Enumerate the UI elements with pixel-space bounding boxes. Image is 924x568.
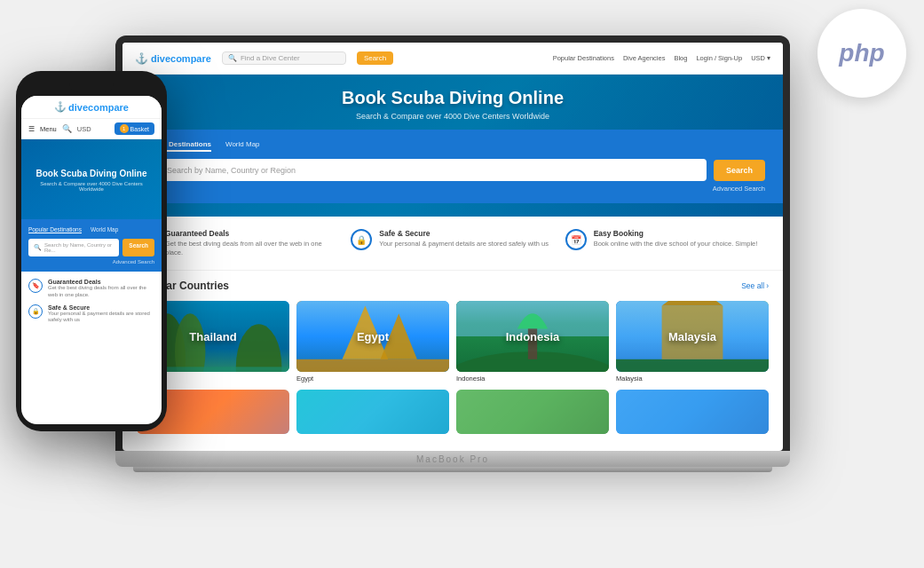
phone-feature-2: 🔒 Safe & Secure Your personal & payment … (28, 304, 154, 325)
logo-text: divecompare (151, 53, 211, 64)
phone-screen: ⚓ divecompare ☰ Menu 🔍 USD 1 Basket Book… (21, 96, 162, 424)
nav-blog[interactable]: Blog (674, 54, 687, 62)
laptop-screen-wrapper: ⚓ divecompare 🔍 Find a Dive Center Searc… (115, 36, 790, 451)
country-name-egypt: Egypt (357, 329, 389, 343)
hero-subtitle: Search & Compare over 4000 Dive Centers … (356, 112, 549, 121)
header-search-bar[interactable]: 🔍 Find a Dive Center (222, 51, 346, 65)
country-card-r2-3[interactable] (456, 390, 609, 434)
phone-search-btn[interactable]: Search (122, 239, 154, 256)
laptop-label: MacBook Pro (416, 454, 489, 464)
country-name-thailand: Thailand (189, 329, 236, 343)
laptop-base: MacBook Pro (115, 451, 790, 467)
svg-rect-18 (296, 390, 449, 434)
phone-tab-popular[interactable]: Popular Destinations (28, 226, 82, 233)
country-card-egypt[interactable]: Egypt (296, 301, 449, 372)
header-search-btn[interactable]: Search (357, 51, 393, 65)
feature-icon-secure: 🔒 (351, 229, 372, 250)
phone-search-tabs: Popular Destinations World Map (28, 226, 154, 233)
phone-logo-text: divecompare (68, 102, 129, 113)
currency-selector[interactable]: USD ▾ (751, 54, 770, 62)
country-card-r2-4[interactable] (616, 390, 769, 434)
svg-rect-19 (456, 390, 609, 434)
see-all-link[interactable]: See all › (741, 281, 769, 290)
search-input-row: 🔍 Search by Name, Country or Region Sear… (140, 159, 765, 181)
phone-notch (69, 80, 114, 92)
features-row: 🔖 Guaranteed Deals Get the best diving d… (122, 217, 783, 271)
feature-title-guaranteed: Guaranteed Deals (165, 229, 340, 238)
phone-feature-desc-2: Your personal & payment details are stor… (48, 311, 154, 325)
country-card-wrapper-indonesia: Indonesia Indonesia (456, 301, 609, 383)
tab-world-map[interactable]: World Map (225, 140, 260, 152)
main-search-input[interactable]: 🔍 Search by Name, Country or Region (140, 159, 707, 181)
feature-desc-guaranteed: Get the best diving deals from all over … (165, 240, 340, 257)
country-card-r2-2[interactable] (296, 390, 449, 434)
svg-marker-16 (662, 301, 723, 306)
countries-grid: Thailand Thailand (137, 301, 769, 434)
phone-frame: ⚓ divecompare ☰ Menu 🔍 USD 1 Basket Book… (16, 71, 167, 431)
svg-rect-20 (616, 390, 769, 434)
phone-search-icon[interactable]: 🔍 (62, 124, 72, 133)
phone-advanced-search[interactable]: Advanced Search (28, 259, 154, 264)
feature-content-guaranteed: Guaranteed Deals Get the best diving dea… (165, 229, 340, 257)
feature-title-secure: Safe & Secure (379, 229, 549, 238)
site-header: ⚓ divecompare 🔍 Find a Dive Center Searc… (122, 43, 783, 75)
php-badge: php (817, 9, 906, 98)
laptop-stand (133, 467, 772, 472)
nav-login[interactable]: Login / Sign-Up (696, 54, 742, 62)
country-card-wrapper-egypt: Egypt Egypt (296, 301, 449, 383)
hamburger-icon[interactable]: ☰ (28, 125, 35, 133)
country-name-indonesia: Indonesia (506, 329, 560, 343)
search-placeholder: Search by Name, Country or Region (167, 166, 296, 175)
phone-feature-title-1: Guaranteed Deals (48, 279, 154, 285)
phone-menu-bar: ☰ Menu 🔍 USD 1 Basket (21, 119, 162, 139)
phone-search-row: 🔍 Search by Name, Country or Re... Searc… (28, 239, 154, 256)
phone-search-input[interactable]: 🔍 Search by Name, Country or Re... (28, 239, 119, 256)
phone-hero: Book Scuba Diving Online Search & Compar… (21, 139, 162, 219)
phone-features: 🔖 Guaranteed Deals Get the best diving d… (21, 272, 162, 331)
country-card-indonesia[interactable]: Indonesia (456, 301, 609, 372)
main-search-btn[interactable]: Search (714, 160, 765, 181)
feature-content-secure: Safe & Secure Your personal & payment de… (379, 229, 549, 248)
feature-title-booking: Easy Booking (594, 229, 758, 238)
phone-hero-title: Book Scuba Diving Online (36, 168, 146, 179)
phone-feature-title-2: Safe & Secure (48, 304, 154, 311)
section-header: Popular Countries See all › (137, 280, 769, 292)
laptop-mockup: ⚓ divecompare 🔍 Find a Dive Center Searc… (115, 36, 790, 472)
phone-tab-worldmap[interactable]: World Map (91, 226, 118, 233)
search-tabs: Popular Destinations World Map (140, 140, 765, 152)
phone-logo-anchor: ⚓ (54, 101, 67, 113)
country-label-egypt: Egypt (296, 375, 449, 383)
site-nav: Popular Destinations Dive Agencies Blog … (553, 54, 770, 62)
country-card-wrapper-r2-3 (456, 390, 609, 434)
feature-guaranteed: 🔖 Guaranteed Deals Get the best diving d… (137, 229, 340, 257)
phone-search-icon-sm: 🔍 (34, 244, 42, 251)
country-card-wrapper-malaysia: Malaysia Malaysia (616, 301, 769, 383)
nav-popular[interactable]: Popular Destinations (553, 54, 614, 62)
mobile-mockup: ⚓ divecompare ☰ Menu 🔍 USD 1 Basket Book… (16, 71, 167, 431)
feature-content-booking: Easy Booking Book online with the dive s… (594, 229, 758, 248)
country-card-malaysia[interactable]: Malaysia (616, 301, 769, 372)
feature-secure: 🔒 Safe & Secure Your personal & payment … (351, 229, 554, 257)
feature-desc-booking: Book online with the dive school of your… (594, 240, 758, 248)
phone-header: ⚓ divecompare (21, 96, 162, 119)
phone-basket-btn[interactable]: 1 Basket (115, 122, 154, 135)
phone-search-placeholder: Search by Name, Country or Re... (44, 242, 114, 253)
logo-anchor-icon: ⚓ (135, 52, 148, 65)
header-search-placeholder: Find a Dive Center (241, 54, 300, 62)
nav-agencies[interactable]: Dive Agencies (623, 54, 666, 62)
svg-rect-6 (296, 359, 449, 371)
phone-feature-icon-2: 🔒 (28, 304, 43, 319)
country-label-malaysia: Malaysia (616, 375, 769, 383)
phone-search-section: Popular Destinations World Map 🔍 Search … (21, 219, 162, 272)
advanced-search-link[interactable]: Advanced Search (140, 185, 765, 193)
country-card-wrapper-r2-2 (296, 390, 449, 434)
svg-rect-14 (616, 359, 769, 371)
phone-menu-label[interactable]: Menu (40, 125, 57, 133)
phone-hero-subtitle: Search & Compare over 4000 Dive Centers … (28, 181, 154, 192)
phone-currency[interactable]: USD (77, 125, 91, 133)
country-name-malaysia: Malaysia (668, 329, 716, 343)
hero-title: Book Scuba Diving Online (342, 88, 564, 108)
hero-section: Book Scuba Diving Online Search & Compar… (122, 75, 783, 217)
basket-badge: 1 (120, 124, 129, 133)
phone-logo: ⚓ divecompare (54, 101, 129, 113)
